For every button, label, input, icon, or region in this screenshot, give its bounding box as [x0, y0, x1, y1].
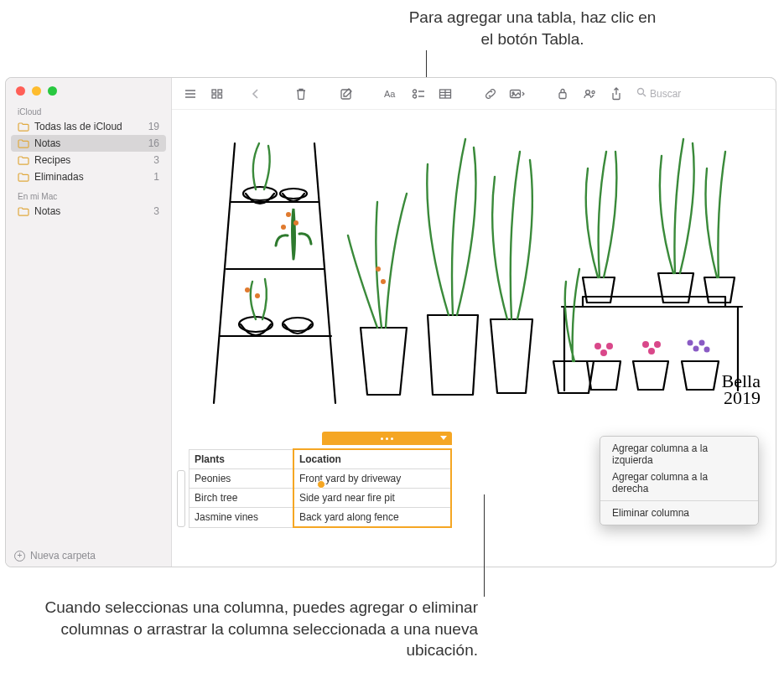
delete-button[interactable]	[289, 84, 313, 104]
ctx-add-column-left[interactable]: Agregar columna a la izquierda	[600, 440, 758, 468]
folder-count: 3	[153, 205, 159, 217]
svg-point-22	[638, 89, 644, 95]
table-row: Plants Location	[190, 449, 452, 469]
svg-point-41	[376, 267, 381, 272]
minimize-icon[interactable]	[32, 86, 41, 96]
svg-point-32	[642, 341, 649, 348]
sidebar-folder-deleted[interactable]: Eliminadas 1	[6, 168, 171, 185]
svg-point-38	[286, 212, 291, 217]
callout-bottom-pointer	[484, 494, 485, 597]
app-window: iCloud Todas las de iCloud 19 Notas 16 R…	[5, 77, 776, 567]
table-header[interactable]: Location	[293, 449, 451, 469]
table-row-handle[interactable]	[177, 470, 185, 527]
svg-point-35	[699, 340, 705, 346]
table-row: Birch tree Side yard near fire pit	[190, 489, 452, 508]
svg-rect-4	[218, 90, 222, 93]
close-icon[interactable]	[16, 86, 25, 96]
folder-count: 19	[148, 121, 159, 132]
svg-point-34	[693, 346, 699, 352]
folder-icon	[18, 173, 29, 182]
search-icon	[636, 87, 646, 100]
toolbar: Aa	[172, 78, 776, 110]
new-folder-label: Nueva carpeta	[30, 550, 96, 562]
svg-line-23	[643, 94, 646, 96]
svg-point-37	[704, 347, 710, 353]
sidebar-folder-all-icloud[interactable]: Todas las de iCloud 19	[6, 118, 171, 135]
callout-bottom: Cuando seleccionas una columna, puedes a…	[34, 597, 478, 661]
svg-rect-6	[218, 95, 222, 98]
svg-point-31	[648, 348, 655, 355]
table-column-grip[interactable]	[317, 480, 325, 489]
grid-view-button[interactable]	[205, 84, 229, 104]
sidebar-section-label: iCloud	[6, 101, 171, 118]
plus-circle-icon: +	[14, 551, 25, 562]
svg-rect-19	[559, 93, 566, 99]
main-area: Aa	[172, 78, 776, 567]
folder-label: Notas	[34, 205, 148, 217]
sidebar-folder-local-notas[interactable]: Notas 3	[6, 203, 171, 220]
svg-point-9	[413, 90, 417, 93]
sidebar-section-label: En mi Mac	[6, 185, 171, 203]
callout-top-pointer	[426, 50, 427, 79]
search-placeholder: Buscar	[650, 88, 681, 100]
link-button[interactable]	[479, 84, 502, 104]
sidebar-folder-recipes[interactable]: Recipes 3	[6, 152, 171, 168]
callout-top: Para agregar una tabla, haz clic en el b…	[402, 7, 662, 49]
table-cell[interactable]: Back yard along fence	[293, 508, 451, 528]
context-menu-separator	[600, 500, 758, 501]
svg-point-25	[280, 189, 307, 199]
sidebar-folder-notas[interactable]: Notas 16	[11, 135, 166, 152]
table-button[interactable]	[434, 84, 457, 104]
ctx-delete-column[interactable]: Eliminar columna	[600, 505, 758, 521]
svg-point-21	[592, 91, 594, 93]
svg-point-30	[594, 343, 601, 349]
svg-point-20	[586, 90, 590, 94]
svg-rect-5	[212, 95, 216, 98]
svg-point-40	[281, 225, 286, 230]
svg-rect-3	[212, 90, 216, 93]
svg-point-33	[654, 341, 661, 348]
table-cell[interactable]: Jasmine vines	[190, 508, 293, 528]
search-field[interactable]: Buscar	[631, 87, 769, 100]
format-button[interactable]: Aa	[380, 84, 403, 104]
list-view-button[interactable]	[179, 84, 202, 104]
table-column-handle[interactable]	[322, 432, 452, 445]
svg-text:Aa: Aa	[384, 89, 396, 99]
table-header[interactable]: Plants	[190, 449, 293, 469]
note-table[interactable]: Plants Location Peonies Front yard by dr…	[189, 448, 457, 528]
svg-point-44	[255, 293, 260, 298]
signature: Bella2019	[722, 373, 761, 406]
svg-point-43	[245, 287, 250, 292]
folder-count: 1	[153, 171, 159, 183]
new-folder-button[interactable]: + Nueva carpeta	[6, 545, 171, 567]
folder-label: Notas	[34, 137, 143, 149]
folder-icon	[18, 207, 29, 216]
svg-point-24	[243, 187, 277, 200]
sidebar: iCloud Todas las de iCloud 19 Notas 16 R…	[6, 78, 172, 567]
folder-count: 3	[153, 154, 159, 166]
checklist-button[interactable]	[407, 84, 430, 104]
share-button[interactable]	[605, 84, 628, 104]
media-button[interactable]	[506, 84, 529, 104]
back-button[interactable]	[244, 84, 267, 104]
new-note-button[interactable]	[335, 84, 358, 104]
context-menu: Agregar columna a la izquierda Agregar c…	[600, 436, 759, 525]
ctx-add-column-right[interactable]: Agregar columna a la derecha	[600, 468, 758, 497]
svg-point-11	[413, 95, 417, 98]
svg-point-36	[688, 340, 693, 346]
lock-button[interactable]	[551, 84, 574, 104]
folder-label: Eliminadas	[34, 171, 148, 183]
table-cell[interactable]: Peonies	[190, 469, 293, 489]
folder-icon	[18, 156, 29, 165]
folder-label: Todas las de iCloud	[34, 121, 143, 132]
note-drawing: Bella2019	[189, 110, 759, 411]
svg-point-39	[293, 220, 299, 225]
window-controls	[6, 78, 171, 101]
table-row: Jasmine vines Back yard along fence	[190, 508, 452, 528]
svg-point-28	[600, 349, 607, 356]
maximize-icon[interactable]	[48, 86, 57, 96]
collaborate-button[interactable]	[578, 84, 601, 104]
table-cell[interactable]: Birch tree	[190, 489, 293, 508]
folder-icon	[18, 122, 29, 132]
table-cell[interactable]: Side yard near fire pit	[293, 489, 451, 508]
